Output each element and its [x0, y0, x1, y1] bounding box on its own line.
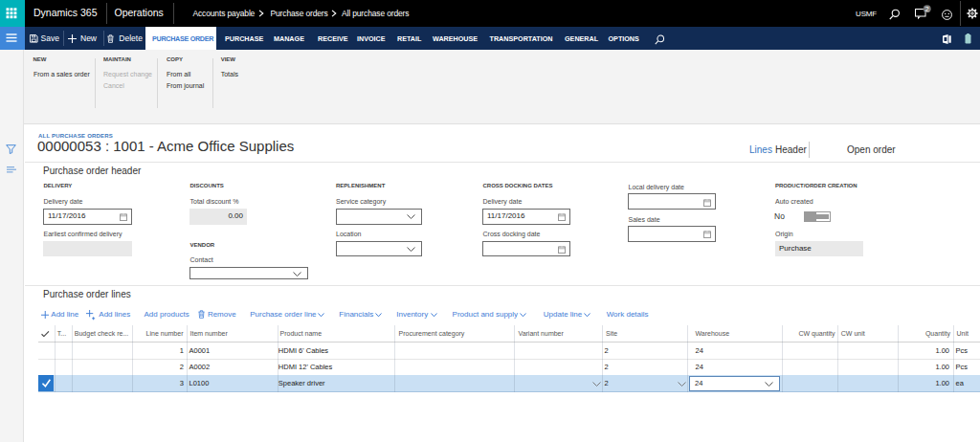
svg-text:2: 2 — [925, 5, 929, 13]
